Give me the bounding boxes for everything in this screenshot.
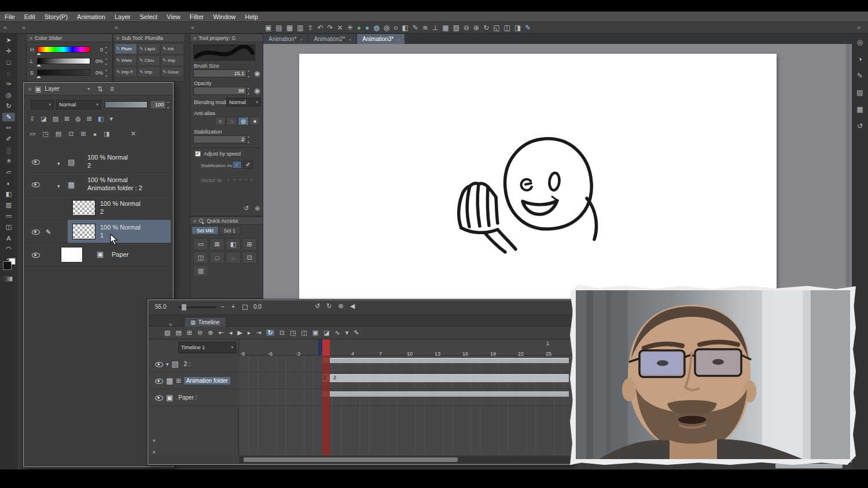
track-name[interactable]: Paper :: [176, 394, 199, 401]
timeline-scrollbar-thumb[interactable]: [244, 457, 458, 462]
next-frame-icon[interactable]: ▸: [248, 330, 251, 336]
merge-down-icon[interactable]: ●: [93, 131, 97, 138]
rotate-view-icon[interactable]: ↻: [483, 24, 489, 31]
layer-search-icon[interactable]: ◔: [86, 86, 90, 93]
lightness-value[interactable]: 0%: [89, 58, 103, 64]
onion-settings-icon[interactable]: ⊞: [187, 330, 192, 336]
duplicate-layer-icon[interactable]: ⊞: [80, 130, 86, 138]
brush-size-spinner[interactable]: [248, 69, 252, 77]
menu-item[interactable]: Story(P): [40, 12, 72, 21]
opacity-spinner[interactable]: [248, 87, 252, 95]
selection-tool-icon[interactable]: □: [2, 58, 15, 66]
stop-icon[interactable]: [242, 305, 248, 310]
opacity-slider[interactable]: 98: [193, 87, 247, 95]
visibility-eye-icon[interactable]: [32, 251, 40, 258]
flip-view-icon[interactable]: ◧: [402, 24, 408, 31]
layer-row-paper[interactable]: Paper: [24, 243, 173, 267]
light-table-icon[interactable]: ◍: [373, 24, 379, 31]
collapse-subtool-icon[interactable]: «: [115, 24, 118, 31]
create-mask-icon[interactable]: ◨: [104, 130, 109, 138]
layout-icon[interactable]: ◫: [504, 24, 510, 31]
new-raster-layer-icon[interactable]: ▭: [30, 130, 35, 138]
onion-next-icon[interactable]: ●: [365, 24, 369, 31]
saturation-value[interactable]: 0%: [89, 70, 103, 76]
qa-new-layer-icon[interactable]: ▭: [193, 238, 208, 250]
menu-item[interactable]: Window: [208, 12, 240, 21]
saturation-slider[interactable]: [37, 69, 90, 76]
zoom-in-icon[interactable]: ⊕: [473, 24, 479, 31]
ruler-icon[interactable]: ⊞: [87, 115, 92, 123]
collapse-panel-icon[interactable]: «: [22, 24, 25, 31]
play-icon[interactable]: ▶: [237, 330, 242, 336]
hue-value[interactable]: 0: [89, 47, 103, 53]
material-icon[interactable]: ▨: [453, 24, 459, 31]
qa-flip-icon[interactable]: ◫: [193, 252, 208, 264]
layer-thumbnail[interactable]: [72, 224, 95, 239]
panel-menu-icon[interactable]: [30, 35, 32, 41]
workspace-icon[interactable]: ▣: [265, 24, 271, 31]
scroll-down-icon[interactable]: ▾: [153, 449, 156, 455]
timeline-clip-bar[interactable]: [322, 358, 569, 363]
dual-pane-icon[interactable]: ◨: [514, 24, 521, 31]
zoom-in-button[interactable]: +: [231, 304, 235, 310]
eraser-tool-icon[interactable]: ▱: [2, 168, 15, 176]
main-color-swatch[interactable]: [3, 261, 12, 270]
panel-menu-icon[interactable]: [28, 86, 31, 92]
frame-border-tool-icon[interactable]: ◫: [2, 223, 15, 231]
cloud-sync-icon[interactable]: ≋: [422, 24, 428, 31]
gradient-swatch[interactable]: [4, 276, 13, 282]
subview-icon[interactable]: ◑: [858, 55, 862, 63]
go-first-frame-icon[interactable]: ⇤: [218, 330, 223, 336]
subtool-imp-2[interactable]: Imp: [138, 66, 160, 77]
clip-to-layer-icon[interactable]: ◪: [41, 115, 46, 123]
layer-opacity-slider[interactable]: [105, 101, 148, 108]
timeline-time-value[interactable]: 0.0: [253, 304, 262, 310]
panel-menu-icon[interactable]: [193, 218, 196, 224]
qa-transform-icon[interactable]: ⊞: [242, 238, 257, 250]
batch-cel-icon[interactable]: ▣: [312, 330, 318, 336]
track-row-animation-folder[interactable]: Animation folder 1 2: [148, 372, 572, 389]
layer-thumbnail[interactable]: [61, 247, 83, 263]
deselect-icon[interactable]: ✕: [337, 24, 343, 31]
balloon-tool-icon[interactable]: ◠: [2, 245, 15, 253]
circle-state-icon[interactable]: ◎: [384, 24, 389, 31]
opacity-source-icon[interactable]: ◉: [254, 87, 260, 94]
qa-tab-set-mkt[interactable]: Set Mkt: [192, 226, 219, 235]
visibility-eye-icon[interactable]: [32, 158, 40, 165]
snap-icon[interactable]: ✳: [347, 24, 353, 31]
gradient-tool-icon[interactable]: ▥: [2, 201, 15, 209]
scroll-down-icon[interactable]: ▾: [153, 438, 156, 443]
stabilization-slider[interactable]: 2: [193, 135, 247, 143]
timeline-frame-ruler[interactable]: -9-6-3147101316192225: [239, 339, 572, 356]
new-folder-icon[interactable]: ▤: [56, 130, 61, 138]
collapse-icon[interactable]: ◀: [350, 303, 355, 309]
undo-icon[interactable]: ↶: [317, 24, 323, 31]
fit-view-icon[interactable]: ◱: [493, 24, 499, 31]
loop-playback-icon[interactable]: ↻: [266, 330, 274, 336]
vector-width-option[interactable]: [244, 178, 248, 182]
redo-icon[interactable]: ↷: [328, 24, 333, 31]
blend-tool-icon[interactable]: ◐: [2, 179, 15, 187]
chevron-down-icon[interactable]: [57, 157, 60, 168]
hue-spinner[interactable]: [105, 46, 110, 54]
timeline-clip-bar[interactable]: [322, 391, 569, 397]
decoration-tool-icon[interactable]: ✳: [2, 157, 15, 165]
collapse-left-icon[interactable]: «: [3, 24, 7, 31]
enable-mask-icon[interactable]: ◍: [75, 115, 81, 123]
subtool-ink[interactable]: Ink: [161, 43, 183, 54]
collapse-toolprop-icon[interactable]: «: [191, 24, 194, 31]
layer-color-dropdown-icon[interactable]: ▾: [109, 115, 113, 123]
lock-transparency-icon[interactable]: ▨: [53, 115, 58, 123]
subtool-gouache[interactable]: Gouc: [161, 66, 183, 77]
aa-weak-icon[interactable]: ◌: [226, 117, 237, 125]
menu-item[interactable]: View: [162, 12, 185, 21]
timeline-tab[interactable]: Timeline: [184, 317, 226, 327]
snap-ruler-icon[interactable]: ⊥: [432, 24, 438, 31]
new-timeline-icon[interactable]: ◫: [301, 330, 307, 336]
qa-clear-icon[interactable]: ⊠: [209, 238, 225, 250]
new-animation-cel-icon[interactable]: ⊡: [279, 330, 285, 336]
transfer-layer-icon[interactable]: ⊡: [68, 130, 73, 138]
open-icon[interactable]: ▤: [275, 24, 282, 31]
blend-mode-dropdown[interactable]: Normal: [56, 100, 101, 109]
figure-tool-icon[interactable]: ▭: [2, 212, 15, 220]
